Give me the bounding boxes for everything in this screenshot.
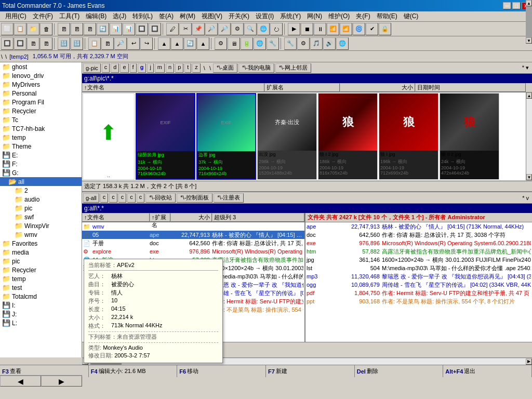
tb2-btn13[interactable]: ▲ — [171, 37, 183, 50]
menu-folder[interactable]: 夹(F) — [353, 11, 373, 21]
drive-j-btn[interactable]: j — [147, 63, 153, 73]
thumb-item-6[interactable]: 狼 狼 II 2 jpg 24k → 横向 2004-10-19 472x464… — [440, 93, 499, 180]
tb2-btn23[interactable]: 🎵 — [310, 37, 323, 50]
tb2-btn21[interactable]: 🔧 — [284, 37, 297, 50]
right-file-pdf[interactable]: pdf 1,804,750 作者: Hermit 标题: Serv-U FTP的… — [305, 289, 532, 297]
tb-newdir[interactable]: 📁 — [27, 23, 39, 35]
tb-btn22[interactable]: 📶 — [340, 23, 352, 35]
right-file-ape[interactable]: ape 22,747,913 杨林 - 被爱的心 『情人』 [04:15] (7… — [305, 222, 532, 231]
right-file-htm[interactable]: htm 57,882 高露洁牙膏被指含有致癌物质事件加重洋品牌危机_新闻中心_新… — [305, 247, 532, 256]
tab-network[interactable]: *\-网上邻居 — [275, 63, 311, 73]
tb2-btn8[interactable]: 🖹 — [101, 37, 114, 50]
menu-maintain[interactable]: 维护(O) — [325, 11, 353, 21]
drive-d-btn[interactable]: d — [111, 63, 119, 73]
scroll-up-btn[interactable]: ▲ — [526, 92, 532, 99]
menu-settings[interactable]: 设置(I) — [252, 11, 277, 21]
col-filename-upper[interactable]: ↑文件名 — [82, 83, 264, 92]
tb2-btn16[interactable]: ⚙ — [215, 37, 227, 50]
thumb-item-2[interactable]: EXIF 边界 jpg 37k → 横向 2004-10-19 716x960x… — [196, 93, 256, 180]
tree-item-theme[interactable]: 📁Theme — [0, 142, 82, 151]
tb2-btn17[interactable]: 🖥 — [228, 37, 240, 50]
tree-item-media[interactable]: 📁media — [0, 248, 82, 257]
tree-item-favorites[interactable]: 📁Favorites — [0, 239, 82, 248]
lower-drive-c5[interactable]: c — [137, 193, 145, 203]
thumb-item-5[interactable]: 狼 狼 I jpg 196k → 横向 2004-10-19 712x690x2… — [379, 93, 438, 180]
lower-drive-c2[interactable]: c — [109, 193, 117, 203]
tb2-btn3[interactable]: 🖹 — [27, 37, 39, 50]
fkey-f6[interactable]: F6 移动 — [177, 365, 266, 377]
menu-yong[interactable]: 用用(C) — [2, 11, 30, 21]
menu-net[interactable]: 网(N) — [304, 11, 325, 21]
thumb-item-3[interactable]: 齐秦·出没 出没 jpg 298k → 横向 2004-10-19 1520x1… — [257, 93, 317, 180]
tb-move[interactable]: 📋 — [14, 23, 26, 35]
tree-item-f[interactable]: 💾F: — [0, 159, 82, 168]
tb-btn12[interactable]: 🔎 — [205, 23, 218, 35]
hscroll-right[interactable]: ▶ — [526, 358, 532, 365]
tb2-btn20[interactable]: 🔧 — [267, 37, 279, 50]
tree-item-g[interactable]: 💾G: — [0, 168, 82, 177]
tree-item-temp2[interactable]: 📁temp — [0, 274, 82, 283]
tb2-btn19[interactable]: 🌐 — [254, 37, 266, 50]
tb-btn4[interactable]: 🔄 — [97, 23, 109, 35]
menu-edit[interactable]: 编辑(B) — [83, 11, 110, 21]
tb-btn2[interactable]: 🖹 — [71, 23, 83, 35]
menu-key[interactable]: 键(C) — [401, 11, 422, 21]
tb-btn8[interactable]: 🔲 — [149, 23, 161, 35]
tb-btn7[interactable]: 🔲 — [136, 23, 148, 35]
tb-copy[interactable]: ⬜ — [1, 23, 14, 35]
tb-btn15[interactable]: 🔍 — [244, 23, 257, 35]
maximize-button[interactable]: □ — [512, 2, 521, 9]
tb2-btn6[interactable]: 🔢 — [71, 37, 83, 50]
tb2-btn22[interactable]: ⚙ — [297, 37, 310, 50]
tb-btn23[interactable]: 🌀 — [353, 23, 365, 35]
tab-mycomputer[interactable]: *\-我的电脑 — [238, 63, 274, 73]
file-row-explore-exe[interactable]: ⚙ explore exe 976,896 Microsoft(R) Windo… — [82, 247, 304, 256]
tree-item-tc[interactable]: 📁Tc — [0, 115, 82, 124]
right-file-lst[interactable]: lst 504 M:\media-mp3\03\ 马萃如 - 什么样的爱你才会懂… — [305, 264, 532, 272]
tb-btn24[interactable]: ✔ — [366, 23, 378, 35]
col-filename-lower[interactable]: ↑文件名 — [82, 213, 150, 222]
tb2-btn24[interactable]: 🔊 — [323, 37, 336, 50]
tb-delete[interactable]: 🗑 — [40, 23, 52, 35]
right-file-exe[interactable]: exe 976,896 Microsoft(R) Windows(R) Oper… — [305, 239, 532, 247]
tb2-btn14[interactable]: 🔄 — [184, 37, 196, 50]
tb2-btn9[interactable]: 🔎 — [114, 37, 127, 50]
fkey-f7[interactable]: F7 新建 — [266, 365, 355, 377]
menu-view[interactable]: 视图(V) — [198, 11, 225, 21]
fkey-altf4[interactable]: Alt+F4 退出 — [443, 365, 532, 377]
tb-btn10[interactable]: ✂ — [179, 23, 192, 35]
tb-btn9[interactable]: 🖊 — [166, 23, 179, 35]
lower-drive-c3[interactable]: c — [118, 193, 127, 203]
tree-item-pic[interactable]: 📁pic — [0, 204, 82, 212]
right-file-doc[interactable]: doc 642,560 作者: 你请 标题: 总体设计, 共 17 页, 303… — [305, 231, 532, 239]
drive-f-btn[interactable]: f — [130, 63, 137, 73]
drive-n-btn[interactable]: n — [166, 63, 174, 73]
menu-goto[interactable]: 转到(L) — [129, 11, 156, 21]
tree-item-ghost[interactable]: 📁ghost — [0, 62, 82, 71]
lower-tab-registry[interactable]: *\-注册表 — [214, 193, 244, 203]
tb-btn17[interactable]: ⭮ — [270, 23, 283, 35]
tree-item-l[interactable]: 💾L: — [0, 318, 82, 327]
tb-btn20[interactable]: ⏸ — [314, 23, 326, 35]
tb-btn3[interactable]: 🖹 — [84, 23, 96, 35]
menu-file[interactable]: 文件(F) — [30, 11, 56, 21]
tb2-btn5[interactable]: 🔢 — [58, 37, 70, 50]
tb-btn14[interactable]: ⚙ — [231, 23, 244, 35]
lower-panel-star[interactable]: * v — [520, 195, 531, 201]
tb2-btn7[interactable]: 📋 — [88, 37, 101, 50]
tb2-btn25[interactable]: 🌐 — [336, 37, 349, 50]
tree-item-mydrivers[interactable]: 📁MyDrivers — [0, 80, 82, 89]
menu-tree[interactable]: 树(M) — [177, 11, 198, 21]
drive-m-btn[interactable]: m — [155, 63, 165, 73]
right-file-ppt[interactable]: ppt 903,168 作者: 不是菜鸟 标题: 操作演示, 554 个字, 8… — [305, 297, 532, 305]
tree-scroll[interactable]: 📁ghost 📁lenovo_driv 📁MyDrivers 📁Personal… — [0, 62, 82, 357]
thumb-up-arrow[interactable]: ⬆ .. — [83, 93, 135, 180]
tb2-btn15[interactable]: ▲ — [197, 37, 209, 50]
tree-item-2[interactable]: 📁2 — [0, 186, 82, 195]
fkey-f4[interactable]: F4 编辑大小: 21.6 MB — [89, 365, 178, 377]
tb2-btn11[interactable]: ↪ — [140, 37, 153, 50]
upper-scrollbar[interactable]: ▲ ▼ — [526, 92, 532, 180]
menu-sign[interactable]: 签(A) — [156, 11, 177, 21]
tree-item-temp[interactable]: 📁temp — [0, 133, 82, 142]
lower-drive-c4[interactable]: c — [127, 193, 136, 203]
